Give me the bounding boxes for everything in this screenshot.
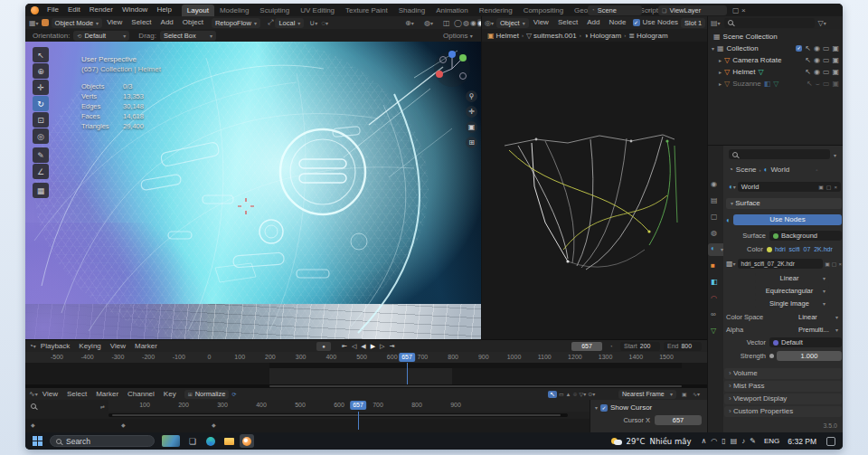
workspace-tab-rendering[interactable]: Rendering [474,5,518,16]
tab-modifiers-icon[interactable]: ◧ [711,278,718,286]
cursor-tool-icon[interactable]: ⊕ [573,391,578,397]
graph-menu-key[interactable]: Key [159,388,181,401]
alpha-dropdown[interactable]: Premulti...▾ [795,325,842,335]
snap-magnet-icon[interactable]: ∪▾ [309,19,317,27]
viewport-menu-object[interactable]: Object [178,16,208,29]
strength-slider[interactable]: 1.000 [777,351,842,361]
frame-start-field[interactable]: Start200 [620,342,660,351]
shader-type-dropdown[interactable]: Object▾ [496,18,529,28]
timeline-menu-view[interactable]: View [106,340,130,353]
camera-icon[interactable]: ▣ [832,44,839,52]
select-tool[interactable]: ↖ [33,47,49,62]
file-explorer-icon[interactable] [222,434,236,448]
options-dropdown[interactable]: Options ▾ [443,32,473,40]
workspace-tab-animation[interactable]: Animation [430,5,474,16]
eye-closed-icon[interactable]: ⌣ [816,80,820,89]
menu-window[interactable]: Window [118,4,152,16]
edge-browser-icon[interactable] [203,434,218,448]
shader-menu-node[interactable]: Node [604,16,630,29]
timeline-type-icon[interactable]: ◔▾ [29,342,36,350]
graph-channels-area[interactable]: ◆ ◆ ◆ [25,419,590,433]
camera-icon[interactable]: ▣ [832,56,839,64]
proportional-edit-icon[interactable]: ▣ [682,391,687,397]
scene-selector[interactable]: ◔Scene [588,5,642,15]
graph-menu-marker[interactable]: Marker [91,388,123,401]
normalize-button[interactable]: ⊞Normalize [184,390,230,399]
blender-logo-icon[interactable] [31,6,39,14]
editor-type-icon[interactable]: ▦▾ [29,19,39,27]
graph-menu-view[interactable]: View [38,388,62,401]
eye-icon[interactable]: ◉ [814,44,820,52]
selectable-icon[interactable]: ↖ [805,44,811,52]
transform-orientation-icon[interactable]: ⤢ [268,18,273,27]
close-icon[interactable]: × [741,6,746,14]
collapsed-panel-mist-pass[interactable]: Mist Pass [724,381,842,392]
image-icon[interactable]: ▩▾ [726,260,736,268]
workspace-tab-shading[interactable]: Shading [393,5,430,16]
screen-icon[interactable]: ▭ [823,80,830,88]
workspace-tab-layout[interactable]: Layout [182,5,214,16]
transform-space-dropdown[interactable]: Local▾ [275,18,304,28]
workspace-tab-compositing[interactable]: Compositing [518,5,569,16]
collapse-icon[interactable]: ▾ [595,404,598,411]
weather-condition[interactable]: Nhiều mây [650,437,692,446]
drag-dropdown[interactable]: Select Box▾ [160,31,216,41]
language-indicator[interactable]: ENG [764,437,779,445]
pivot-icon[interactable]: ⊙▾ [588,391,595,397]
lasso-select-icon[interactable]: ▲ [566,392,571,397]
record-button[interactable]: ● [316,342,331,351]
collection-checkbox[interactable]: ✓ [796,45,802,52]
clock[interactable]: 6:32 PM [788,437,816,446]
copy-icon[interactable]: ▢ [732,6,740,14]
tab-constraints-icon[interactable]: ∞ [711,310,716,318]
expand-icon[interactable]: ▸ [719,69,722,75]
menu-file[interactable]: File [42,4,63,16]
color-space-dropdown[interactable]: Linear▾ [795,312,842,322]
viewlayer-selector[interactable]: ❏ViewLayer [658,5,727,15]
camera-view-icon[interactable]: ▣ [466,121,477,133]
viewport-menu-view[interactable]: View [102,16,127,29]
tweak-select-icon[interactable]: ↖ [548,391,557,398]
retopoflow-menu[interactable]: RetopoFlow▾ [212,18,260,28]
breadcrumb-scene[interactable]: Scene [736,166,757,174]
workspace-tab-sculpting[interactable]: Sculpting [254,5,295,16]
show-cursor-label[interactable]: Show Cursor [610,403,652,412]
rotate-tool[interactable]: ↻ [33,96,49,111]
timeline-menu-keying[interactable]: Keying [74,340,105,353]
pan-icon[interactable]: ✛ [466,106,477,118]
camera-icon[interactable]: ▣ [832,68,839,76]
camera-icon[interactable]: ▣ [832,80,839,88]
menu-render[interactable]: Render [85,4,118,16]
tab-output-icon[interactable]: ▤ [711,196,718,204]
breadcrumb-world[interactable]: World [770,166,789,174]
world-name-field[interactable]: World▣▢× [738,182,841,192]
eye-icon[interactable]: ◉ [814,68,820,76]
interpolation-dropdown[interactable]: Linear▾ [755,273,829,283]
breadcrumb-object[interactable]: Helmet [496,32,519,40]
blender-app-icon[interactable] [240,434,254,448]
screen-icon[interactable]: ▭ [823,68,830,76]
graph-scrollbar[interactable] [108,413,568,417]
play-button[interactable]: ▶ [369,343,377,350]
use-nodes-button[interactable]: Use Nodes [733,214,842,225]
temperature[interactable]: 29°C [627,437,646,446]
expand-icon[interactable]: ▸ [719,81,722,87]
battery-icon[interactable]: ▯ [722,437,725,445]
unlink-icon[interactable]: × [838,261,842,267]
channel-search-input[interactable]: ⇄ [27,402,108,411]
graph-menu-select[interactable]: Select [62,388,91,401]
outliner-camera-row[interactable]: ▸ ▽ Camera Rotate ↖ ◉ ▭ ▣ [708,54,843,66]
world-icon[interactable]: ◐▾ [729,183,736,191]
slot-dropdown[interactable]: Slot 1 [681,18,705,28]
pin-icon[interactable]: ◦ [816,167,817,173]
navigation-gizmo[interactable] [432,49,472,89]
collapsed-panel-viewport-display[interactable]: Viewport Display [724,393,842,404]
surface-panel-header[interactable]: ▾ Surface [726,198,842,209]
orientation-dropdown[interactable]: ⟲Default▾ [73,31,129,41]
notification-icon[interactable] [826,437,835,446]
task-view-icon[interactable]: ❏ [185,434,200,448]
show-cursor-checkbox[interactable]: ✓ [600,404,608,412]
material-shading-icon[interactable]: ◉ [470,19,476,27]
shader-menu-add[interactable]: Add [582,16,604,29]
box-select-icon[interactable]: ▭ [559,391,564,397]
